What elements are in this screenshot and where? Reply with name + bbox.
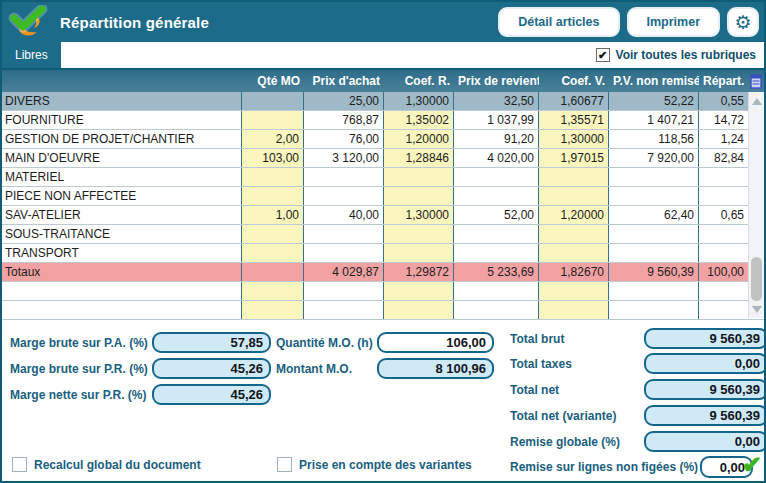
table-row[interactable]: PIECE NON AFFECTEE (2, 187, 764, 206)
value-cell[interactable]: 1,35002 (384, 111, 454, 129)
value-cell[interactable] (539, 282, 609, 300)
value-cell[interactable] (539, 168, 609, 186)
total-net-label: Total net (510, 383, 644, 397)
value-cell[interactable] (384, 301, 454, 319)
value-cell[interactable] (539, 244, 609, 262)
rubrique-cell[interactable] (2, 282, 242, 300)
rubrique-cell[interactable]: TRANSPORT (2, 244, 242, 262)
col-header-pv-non-remise[interactable]: P.V. non remisé (609, 74, 699, 88)
scrollbar-thumb[interactable] (751, 257, 762, 301)
value-cell[interactable]: 1,30000 (384, 206, 454, 224)
quantite-mo-input[interactable]: 106,00 (377, 332, 494, 353)
value-cell[interactable] (242, 168, 304, 186)
col-header-prix-revient[interactable]: Prix de revient (454, 74, 539, 88)
value-cell: 76,00 (304, 130, 384, 148)
col-header-prix-achat[interactable]: Prix d'achat (304, 74, 384, 88)
value-cell[interactable]: 2,00 (242, 130, 304, 148)
value-cell: 0,65 (699, 206, 748, 224)
value-cell[interactable]: 1,28846 (384, 149, 454, 167)
rubrique-cell[interactable]: MAIN D'OEUVRE (2, 149, 242, 167)
marge-brute-pr-value: 45,26 (152, 358, 271, 379)
value-cell[interactable] (242, 282, 304, 300)
value-cell[interactable] (242, 111, 304, 129)
table-row[interactable] (2, 301, 764, 320)
col-header-repart[interactable]: Répart. (699, 74, 748, 88)
value-cell[interactable] (539, 225, 609, 243)
value-cell[interactable] (539, 187, 609, 205)
total-net-variante-label: Total net (variante) (510, 409, 644, 423)
prise-en-compte-variantes-checkbox[interactable] (277, 457, 292, 472)
value-cell[interactable] (384, 244, 454, 262)
value-cell[interactable] (242, 301, 304, 319)
total-taxes-value: 0,00 (644, 353, 766, 374)
tab-libres[interactable]: Libres (2, 42, 61, 68)
value-cell[interactable] (384, 168, 454, 186)
rubrique-cell[interactable]: Totaux (2, 263, 242, 281)
total-brut-label: Total brut (510, 332, 644, 346)
rubrique-cell[interactable] (2, 301, 242, 319)
value-cell (609, 225, 699, 243)
rubrique-cell[interactable]: PIECE NON AFFECTEE (2, 187, 242, 205)
confirm-check-icon[interactable]: ✔ (742, 453, 762, 477)
value-cell[interactable] (539, 301, 609, 319)
value-cell[interactable]: 1,20000 (384, 130, 454, 148)
table-options-icon[interactable] (750, 74, 762, 89)
gear-icon[interactable]: ⚙ (727, 7, 759, 37)
rubrique-cell[interactable]: DIVERS (2, 92, 242, 110)
table-row[interactable]: SAV-ATELIER1,0040,001,3000052,001,200006… (2, 206, 764, 225)
remise-globale-value: 0,00 (644, 431, 766, 452)
vertical-scrollbar[interactable] (748, 92, 764, 318)
value-cell: 14,72 (699, 111, 748, 129)
value-cell[interactable] (242, 225, 304, 243)
value-cell (304, 244, 384, 262)
value-cell[interactable]: 1,00 (242, 206, 304, 224)
table-row[interactable]: MAIN D'OEUVRE103,003 120,001,288464 020,… (2, 149, 764, 168)
detail-articles-button[interactable]: Détail articles (498, 7, 619, 37)
col-header-coef-r[interactable]: Coef. R. (384, 74, 454, 88)
total-brut-value: 9 560,39 (644, 328, 766, 349)
value-cell: 32,50 (454, 92, 539, 110)
value-cell[interactable]: 1,30000 (539, 130, 609, 148)
rubrique-cell[interactable]: FOURNITURE (2, 111, 242, 129)
rubrique-cell[interactable]: SOUS-TRAITANCE (2, 225, 242, 243)
table-row[interactable]: TRANSPORT (2, 244, 764, 263)
value-cell (699, 244, 748, 262)
tab-strip: Libres ✔ Voir toutes les rubriques (2, 42, 764, 68)
value-cell (242, 263, 304, 281)
table-row[interactable]: Totaux4 029,871,298725 233,691,826709 56… (2, 263, 764, 282)
value-cell: 1,24 (699, 130, 748, 148)
value-cell (304, 225, 384, 243)
show-all-rubriques-checkbox[interactable]: ✔ (596, 48, 610, 62)
value-cell (609, 244, 699, 262)
value-cell[interactable]: 1,20000 (539, 206, 609, 224)
table-row[interactable]: FOURNITURE768,871,350021 037,991,355711 … (2, 111, 764, 130)
value-cell[interactable] (242, 187, 304, 205)
table-row[interactable]: GESTION DE PROJET/CHANTIER2,0076,001,200… (2, 130, 764, 149)
col-header-qte-mo[interactable]: Qté MO (242, 74, 304, 88)
value-cell: 100,00 (699, 263, 748, 281)
scroll-down-icon[interactable] (752, 306, 762, 313)
table-row[interactable] (2, 282, 764, 301)
table-row[interactable]: DIVERS25,001,3000032,501,6067752,220,55 (2, 92, 764, 111)
value-cell[interactable] (242, 244, 304, 262)
value-cell[interactable] (384, 282, 454, 300)
recalcul-global-checkbox[interactable] (12, 457, 27, 472)
table-row[interactable]: SOUS-TRAITANCE (2, 225, 764, 244)
value-cell[interactable]: 1,97015 (539, 149, 609, 167)
title-bar: Répartition générale Détail articles Imp… (2, 2, 764, 42)
value-cell[interactable] (384, 225, 454, 243)
value-cell (609, 282, 699, 300)
value-cell: 7 920,00 (609, 149, 699, 167)
rubrique-cell[interactable]: GESTION DE PROJET/CHANTIER (2, 130, 242, 148)
table-row[interactable]: MATERIEL (2, 168, 764, 187)
value-cell[interactable]: 103,00 (242, 149, 304, 167)
imprimer-button[interactable]: Imprimer (627, 7, 721, 37)
scroll-up-icon[interactable] (752, 98, 762, 105)
rubrique-cell[interactable]: MATERIEL (2, 168, 242, 186)
rubrique-cell[interactable]: SAV-ATELIER (2, 206, 242, 224)
table-body: DIVERS25,001,3000032,501,6067752,220,55F… (2, 92, 764, 320)
col-header-coef-v[interactable]: Coef. V. (539, 74, 609, 88)
value-cell[interactable] (384, 187, 454, 205)
value-cell (304, 168, 384, 186)
value-cell[interactable]: 1,35571 (539, 111, 609, 129)
